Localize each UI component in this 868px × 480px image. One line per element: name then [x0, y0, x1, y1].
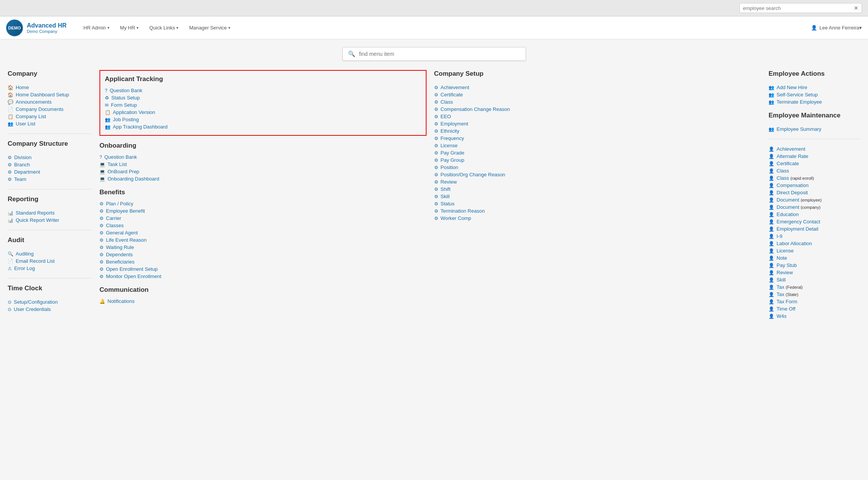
- link-classes[interactable]: ⚙Classes: [99, 222, 427, 229]
- link-achievement-cs[interactable]: ⚙Achievement: [434, 84, 761, 91]
- link-setup-configuration[interactable]: ⊙Setup/Configuration: [8, 298, 92, 306]
- link-em-w4s[interactable]: 👤W4s: [769, 312, 860, 320]
- user-icon: 👤: [769, 205, 774, 210]
- link-task-list[interactable]: 💻Task List: [99, 161, 427, 168]
- link-form-setup[interactable]: ✉Form Setup: [105, 101, 421, 109]
- link-waiting-rule[interactable]: ⚙Waiting Rule: [99, 244, 427, 251]
- link-status-setup[interactable]: ♻Status Setup: [105, 94, 421, 101]
- link-self-service-setup[interactable]: 👥Self-Service Setup: [769, 91, 860, 98]
- link-license-cs[interactable]: ⚙License: [434, 142, 761, 149]
- link-question-bank-at[interactable]: ?Question Bank: [105, 87, 421, 94]
- link-em-i9[interactable]: 👤I-9: [769, 233, 860, 240]
- link-division[interactable]: ⚙Division: [8, 154, 92, 161]
- link-ethnicity[interactable]: ⚙Ethnicity: [434, 127, 761, 135]
- nav-bar: DEMO Advanced HR Demo Company HR Admin ▾…: [0, 16, 868, 39]
- link-department[interactable]: ⚙Department: [8, 168, 92, 176]
- link-life-event-reason[interactable]: ⚙Life Event Reason: [99, 236, 427, 244]
- link-pay-group[interactable]: ⚙Pay Group: [434, 156, 761, 164]
- link-carrier[interactable]: ⚙Carrier: [99, 215, 427, 222]
- link-em-education[interactable]: 👤Education: [769, 211, 860, 218]
- link-em-time-off[interactable]: 👤Time Off: [769, 305, 860, 312]
- link-review-cs[interactable]: ⚙Review: [434, 178, 761, 185]
- link-home[interactable]: 🏠Home: [8, 84, 92, 91]
- link-frequency[interactable]: ⚙Frequency: [434, 135, 761, 142]
- link-employee-summary[interactable]: 👥Employee Summary: [769, 125, 860, 133]
- link-onboard-prep[interactable]: 💻OnBoard Prep: [99, 168, 427, 175]
- link-eeo[interactable]: ⚙EEO: [434, 113, 761, 120]
- link-app-tracking-dashboard[interactable]: 👥App Tracking Dashboard: [105, 123, 421, 130]
- link-certificate-cs[interactable]: ⚙Certificate: [434, 91, 761, 98]
- link-application-version[interactable]: 📋Application Version: [105, 109, 421, 116]
- link-em-class-rapid-enroll[interactable]: 👤Class (rapid enroll): [769, 174, 860, 182]
- link-beneficiaries[interactable]: ⚙Beneficiaries: [99, 258, 427, 265]
- link-company-documents[interactable]: 📄Company Documents: [8, 106, 92, 113]
- link-team[interactable]: ⚙Team: [8, 176, 92, 183]
- nav-item-my-hr[interactable]: My HR ▾: [115, 16, 144, 39]
- link-em-note[interactable]: 👤Note: [769, 254, 860, 262]
- link-em-achievement[interactable]: 👤Achievement: [769, 145, 860, 153]
- link-em-class[interactable]: 👤Class: [769, 167, 860, 174]
- user-menu[interactable]: 👤 Lee Anne Ferreira ▾: [811, 25, 862, 31]
- link-home-dashboard-setup[interactable]: 🏠Home Dashboard Setup: [8, 91, 92, 98]
- link-user-credentials[interactable]: ⊙User Credentials: [8, 306, 92, 313]
- link-compensation-change-reason[interactable]: ⚙Compensation Change Reason: [434, 106, 761, 113]
- search-clear-button[interactable]: ✕: [854, 5, 858, 11]
- link-em-review[interactable]: 👤Review: [769, 269, 860, 276]
- link-em-document-employee[interactable]: 👤Document (employee): [769, 196, 860, 203]
- link-company-list[interactable]: 📋Company List: [8, 113, 92, 120]
- link-question-bank-ob[interactable]: ?Question Bank: [99, 153, 427, 161]
- gear-icon: ⚙: [434, 85, 438, 90]
- link-position[interactable]: ⚙Position: [434, 164, 761, 171]
- link-error-log[interactable]: ⚠Error Log: [8, 265, 92, 272]
- link-em-document-company[interactable]: 👤Document (company): [769, 203, 860, 211]
- link-auditing[interactable]: 🔍Auditing: [8, 250, 92, 257]
- link-em-emergency-contact[interactable]: 👤Emergency Contact: [769, 218, 860, 225]
- link-announcements[interactable]: 💬Announcements: [8, 98, 92, 106]
- link-quick-report-writer[interactable]: 📊Quick Report Writer: [8, 216, 92, 224]
- link-em-license[interactable]: 👤License: [769, 247, 860, 254]
- link-termination-reason[interactable]: ⚙Termination Reason: [434, 207, 761, 215]
- link-position-org-change-reason[interactable]: ⚙Position/Org Change Reason: [434, 171, 761, 178]
- link-user-list[interactable]: 👥User List: [8, 120, 92, 127]
- link-em-certificate[interactable]: 👤Certificate: [769, 160, 860, 167]
- nav-item-hr-admin[interactable]: HR Admin ▾: [78, 16, 115, 39]
- nav-item-quick-links[interactable]: Quick Links ▾: [144, 16, 184, 39]
- link-class-cs[interactable]: ⚙Class: [434, 98, 761, 106]
- employee-search-input[interactable]: [743, 5, 852, 11]
- link-branch[interactable]: ⚙Branch: [8, 161, 92, 168]
- link-terminate-employee[interactable]: 👥Terminate Employee: [769, 98, 860, 106]
- link-standard-reports[interactable]: 📊Standard Reports: [8, 209, 92, 216]
- link-worker-comp[interactable]: ⚙Worker Comp: [434, 215, 761, 222]
- link-add-new-hire[interactable]: 👥Add New Hire: [769, 84, 860, 91]
- employee-search-box[interactable]: ✕: [739, 3, 862, 13]
- nav-item-manager-service[interactable]: Manager Service ▾: [184, 16, 235, 39]
- link-onboarding-dashboard[interactable]: 💻Onboarding Dashboard: [99, 175, 427, 182]
- link-employment[interactable]: ⚙Employment: [434, 120, 761, 127]
- link-plan-policy[interactable]: ⚙Plan / Policy: [99, 200, 427, 207]
- link-status-cs[interactable]: ⚙Status: [434, 200, 761, 207]
- link-em-employment-detail[interactable]: 👤Employment Detail: [769, 225, 860, 233]
- link-pay-grade[interactable]: ⚙Pay Grade: [434, 149, 761, 156]
- link-job-posting[interactable]: 👥Job Posting: [105, 116, 421, 123]
- menu-search-input[interactable]: [359, 51, 520, 57]
- link-em-pay-stub[interactable]: 👤Pay Stub: [769, 262, 860, 269]
- link-employee-benefit[interactable]: ⚙Employee Benefit: [99, 207, 427, 215]
- link-em-alternate-rate[interactable]: 👤Alternate Rate: [769, 153, 860, 160]
- menu-search-box[interactable]: 🔍: [342, 47, 526, 61]
- link-notifications[interactable]: 🔔Notifications: [99, 298, 427, 305]
- link-shift[interactable]: ⚙Shift: [434, 185, 761, 193]
- link-em-labor-allocation[interactable]: 👤Labor Allocation: [769, 240, 860, 247]
- link-general-agent[interactable]: ⚙General Agent: [99, 229, 427, 236]
- link-em-tax-federal[interactable]: 👤Tax (Federal): [769, 283, 860, 291]
- link-dependents[interactable]: ⚙Dependents: [99, 251, 427, 258]
- link-em-compensation[interactable]: 👤Compensation: [769, 182, 860, 189]
- link-em-skill[interactable]: 👤Skill: [769, 276, 860, 283]
- link-monitor-open-enrollment[interactable]: ⚙Monitor Open Enrollment: [99, 273, 427, 280]
- link-em-tax-state[interactable]: 👤Tax (State): [769, 291, 860, 298]
- link-skill-cs[interactable]: ⚙Skill: [434, 193, 761, 200]
- home-icon: 🏠: [8, 85, 13, 90]
- link-email-record-list[interactable]: 📄Email Record List: [8, 257, 92, 265]
- link-em-tax-form[interactable]: 👤Tax Form: [769, 298, 860, 305]
- link-open-enrollment-setup[interactable]: ⚙Open Enrollment Setup: [99, 265, 427, 273]
- link-em-direct-deposit[interactable]: 👤Direct Deposit: [769, 189, 860, 196]
